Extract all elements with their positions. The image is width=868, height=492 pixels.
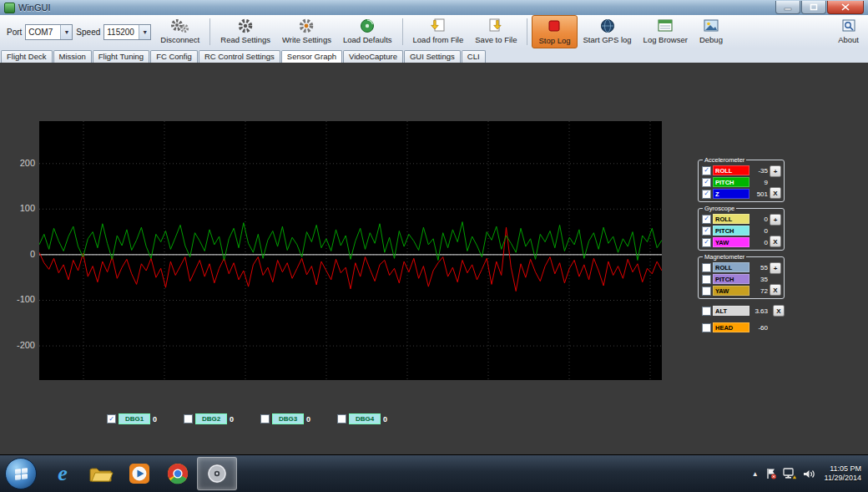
- visibility-checkbox[interactable]: [702, 307, 711, 316]
- debug-item-dbg3: DBG30: [260, 413, 310, 424]
- visibility-checkbox[interactable]: [702, 287, 711, 296]
- visibility-checkbox[interactable]: [184, 414, 193, 424]
- taskbar-item-media-player[interactable]: [120, 458, 159, 489]
- y-axis-tick-label: -200: [2, 340, 35, 350]
- series-value: 55: [751, 264, 768, 271]
- save-to-file-button[interactable]: Save to File: [469, 15, 522, 48]
- windows-logo-icon: [15, 468, 28, 480]
- debug-value: 0: [153, 415, 157, 424]
- series-value: 501: [751, 190, 768, 198]
- taskbar-item-internet-explorer[interactable]: e: [43, 458, 82, 489]
- close-button[interactable]: [827, 1, 864, 14]
- disc-icon: [206, 463, 228, 484]
- visibility-checkbox[interactable]: ✓: [702, 190, 711, 199]
- port-label: Port: [7, 28, 22, 37]
- read-settings-button[interactable]: Read Settings: [214, 15, 276, 48]
- speed-label: Speed: [76, 28, 100, 37]
- load-defaults-button[interactable]: Load Defaults: [337, 15, 398, 48]
- disconnect-button[interactable]: Disconnect: [154, 15, 205, 48]
- debug-chip: DBG4: [349, 413, 381, 424]
- series-chip: ROLL: [713, 262, 749, 272]
- gears-icon: [170, 17, 190, 35]
- toolbar-separator: [402, 18, 403, 45]
- series-chip: YAW: [713, 286, 749, 296]
- tab-videocapture[interactable]: VideoCapture: [343, 50, 403, 63]
- tab-gui-settings[interactable]: GUI Settings: [404, 50, 461, 63]
- tab-flight-tuning[interactable]: Flight Tuning: [93, 50, 149, 63]
- log-browser-button[interactable]: Log Browser: [638, 15, 694, 48]
- visibility-checkbox[interactable]: ✓: [702, 178, 711, 187]
- action-center-flag-icon[interactable]: [765, 468, 776, 479]
- visibility-checkbox[interactable]: ✓: [107, 414, 116, 424]
- show-hidden-icons-button[interactable]: ▲: [752, 470, 759, 478]
- scale-up-button[interactable]: +: [770, 262, 781, 274]
- legend-row-pitch: ✓PITCH0: [702, 226, 768, 236]
- speed-select[interactable]: 115200 ▼: [103, 24, 151, 40]
- close-group-button[interactable]: X: [770, 284, 781, 296]
- visibility-checkbox[interactable]: [702, 263, 711, 272]
- visibility-checkbox[interactable]: ✓: [702, 226, 711, 236]
- debug-chip: DBG1: [119, 413, 150, 424]
- stop-log-button[interactable]: Stop Log: [532, 15, 577, 48]
- toolbar-separator: [209, 18, 210, 45]
- series-chip: Z: [713, 189, 749, 199]
- close-group-button[interactable]: X: [770, 236, 781, 247]
- taskbar-item-active-app[interactable]: [197, 457, 237, 490]
- tab-rc-control-settings[interactable]: RC Control Settings: [199, 50, 280, 63]
- legend-row-alt: ALT3.63X: [698, 305, 785, 317]
- tab-cli[interactable]: CLI: [462, 50, 486, 63]
- volume-icon[interactable]: [803, 469, 815, 479]
- tab-mission[interactable]: Mission: [53, 50, 92, 63]
- visibility-checkbox[interactable]: ✓: [702, 166, 711, 175]
- visibility-checkbox[interactable]: ✓: [702, 215, 711, 224]
- tab-fc-config[interactable]: FC Config: [150, 50, 198, 63]
- window-title: WinGUI: [18, 3, 51, 13]
- scale-up-button[interactable]: +: [770, 214, 781, 226]
- visibility-checkbox[interactable]: [702, 275, 711, 284]
- visibility-checkbox[interactable]: [702, 323, 711, 332]
- maximize-button[interactable]: [801, 1, 826, 14]
- write-settings-button[interactable]: Write Settings: [276, 15, 337, 48]
- about-button[interactable]: About: [832, 15, 865, 48]
- taskbar-item-explorer[interactable]: [82, 458, 120, 489]
- port-select[interactable]: COM7 ▼: [25, 24, 73, 40]
- legend-row-roll: ✓ROLL0: [702, 214, 768, 224]
- window-controls: [775, 1, 864, 14]
- series-value: 0: [751, 216, 768, 223]
- close-group-button[interactable]: X: [770, 187, 781, 199]
- legend-row-yaw: YAW72: [702, 286, 768, 296]
- legend-row-yaw: ✓YAW0: [702, 237, 768, 247]
- debug-chip: DBG2: [195, 413, 227, 424]
- tab-flight-deck[interactable]: Flight Deck: [1, 50, 53, 63]
- start-gps-log-button[interactable]: Start GPS log: [578, 15, 638, 48]
- app-icon: [4, 3, 15, 13]
- network-icon[interactable]: [783, 468, 796, 479]
- chevron-down-icon: ▼: [139, 25, 150, 39]
- debug-button[interactable]: Debug: [694, 15, 729, 48]
- visibility-checkbox[interactable]: [337, 414, 346, 424]
- series-chip: ROLL: [713, 165, 749, 175]
- taskbar-item-chrome[interactable]: [159, 458, 197, 489]
- load-from-file-button[interactable]: Load from File: [407, 15, 470, 48]
- sensor-graph-page: 2001000-100-200 Accelerometer✓ROLL-35✓PI…: [0, 63, 868, 455]
- folder-icon: [88, 464, 114, 484]
- series-chip: PITCH: [713, 274, 749, 284]
- tab-bar: Flight DeckMissionFlight TuningFC Config…: [0, 48, 868, 63]
- tab-sensor-graph[interactable]: Sensor Graph: [281, 50, 342, 63]
- visibility-checkbox[interactable]: [260, 414, 270, 424]
- series-chip: YAW: [713, 237, 749, 247]
- minimize-button[interactable]: [775, 1, 800, 14]
- debug-item-dbg2: DBG20: [184, 413, 234, 424]
- scale-up-button[interactable]: +: [770, 165, 781, 177]
- media-player-icon: [129, 463, 150, 484]
- title-bar: WinGUI: [0, 0, 868, 16]
- taskbar-clock[interactable]: 11:05 PM 11/29/2014: [821, 464, 861, 483]
- legend-row-pitch: ✓PITCH9: [702, 177, 768, 187]
- close-group-button[interactable]: X: [773, 305, 785, 317]
- clock-date: 11/29/2014: [825, 474, 861, 483]
- graph-canvas: [39, 121, 662, 380]
- clock-time: 11:05 PM: [825, 464, 861, 474]
- visibility-checkbox[interactable]: ✓: [702, 238, 711, 247]
- start-button[interactable]: [5, 458, 37, 489]
- series-value: 9: [751, 179, 768, 186]
